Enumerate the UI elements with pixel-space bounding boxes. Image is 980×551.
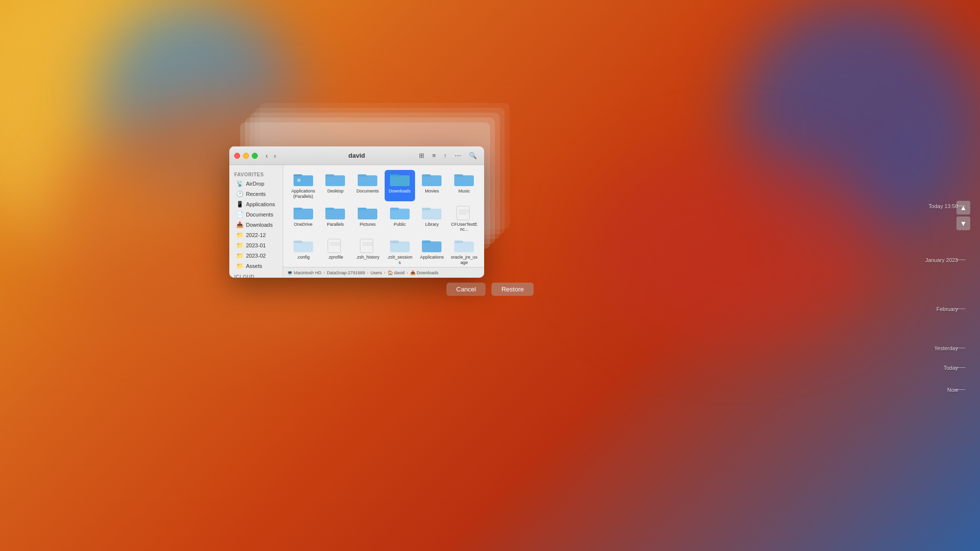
path-sep-2: › [367,270,368,275]
sidebar-section-favorites: Favorites [229,169,283,178]
finder-content: Applications (Parallels) Desktop [283,165,484,278]
toolbar-right: ⊞ ≡ ↑ ⋯ 🔍 [416,151,479,160]
search-button[interactable]: 🔍 [466,151,479,160]
sidebar-item-airdrop[interactable]: 📡 AirDrop [231,179,281,189]
svg-rect-20 [358,208,367,210]
folder-applications-parallels-label: Applications (Parallels) [290,189,317,199]
file-zprofile[interactable]: .zprofile [320,236,351,267]
folder-onedrive[interactable]: OneDrive [288,203,318,235]
folder-music-icon [454,172,474,188]
finder-statusbar: 💻 Macintosh HD › DataSnap-2791689 › User… [283,267,484,278]
folder-desktop-icon [325,172,345,188]
finder-sidebar: Favorites 📡 AirDrop 🕐 Recents 📱 Applicat… [229,165,283,278]
restore-button[interactable]: Restore [491,283,534,296]
share-button[interactable]: ↑ [441,151,450,160]
tm-nav-down[interactable]: ▼ [956,216,970,230]
tm-february-label: February [936,306,958,312]
path-sep-3: › [384,270,386,275]
folder-movies[interactable]: Movies [417,170,447,201]
file-zsh-history-icon [358,238,377,254]
folder-pictures-label: Pictures [360,222,376,227]
sidebar-item-2023-02[interactable]: 📁 2023-02 [231,251,281,261]
finder-toolbar: ‹ › david ⊞ ≡ ↑ ⋯ 🔍 [229,146,484,165]
folder-documents-icon [358,172,377,188]
folder-onedrive-icon [294,205,313,221]
svg-rect-12 [422,174,431,177]
sidebar-item-2023-01[interactable]: 📁 2023-01 [231,240,281,250]
sidebar-item-downloads[interactable]: 📥 Downloads [231,220,281,230]
svg-rect-38 [390,240,399,243]
sidebar-item-applications[interactable]: 📱 Applications [231,199,281,209]
folder-music-label: Music [458,189,470,194]
tm-january-label: January 2023 [925,257,958,263]
svg-rect-24 [422,208,431,210]
tm-nav-up[interactable]: ▲ [956,201,970,215]
forward-button[interactable]: › [272,151,278,161]
toolbar-nav: ‹ › [264,151,278,161]
folder-public[interactable]: Public [385,203,415,235]
folder-downloads[interactable]: Downloads [385,170,415,201]
tm-tick-4 [956,348,965,348]
path-sep-4: › [407,270,408,275]
documents-icon: 📄 [236,211,244,218]
svg-rect-42 [454,240,463,243]
folder-downloads-icon [390,172,410,188]
time-machine-panel: ▲ ▼ Today 13:50 January 2023 February Ye… [882,0,980,551]
svg-rect-18 [325,208,334,210]
airdrop-icon: 📡 [236,180,244,187]
folder-parallels[interactable]: Parallels [320,203,351,235]
tm-now-label: Now [947,387,958,393]
folder-applications-home[interactable]: Applications [417,236,447,267]
svg-rect-19 [358,209,377,219]
folder-pictures-icon [358,205,377,221]
folder-oracle-jre-icon [454,238,474,254]
folder-desktop[interactable]: Desktop [320,170,351,201]
folder-downloads-label: Downloads [389,189,411,194]
view-icon-grid[interactable]: ⊞ [416,151,427,160]
svg-rect-17 [325,209,345,219]
downloads-icon: 📥 [236,221,244,228]
folder-pictures[interactable]: Pictures [352,203,383,235]
file-cfuser-icon [454,205,474,221]
path-david: 🏠 david [388,270,405,275]
assets-icon: 📁 [236,263,244,269]
traffic-light-red[interactable] [234,153,240,159]
svg-rect-16 [294,208,302,210]
sidebar-item-documents[interactable]: 📄 Documents [231,210,281,219]
traffic-light-yellow[interactable] [243,153,249,159]
svg-rect-39 [422,241,441,252]
sidebar-item-recents[interactable]: 🕐 Recents [231,189,281,199]
svg-rect-6 [358,175,377,186]
folder-config[interactable]: .config [288,236,318,267]
file-zsh-history[interactable]: .zsh_history [352,236,383,267]
sidebar-label-assets: Assets [246,263,262,269]
view-icon-list[interactable]: ≡ [430,151,439,160]
svg-rect-15 [294,209,313,219]
svg-rect-2 [294,175,313,186]
sidebar-item-assets[interactable]: 📁 Assets [231,261,281,271]
svg-rect-31 [328,239,341,253]
folder-applications-parallels[interactable]: Applications (Parallels) [288,170,318,201]
folder-library[interactable]: Library [417,203,447,235]
file-cfuser[interactable]: CFUserTextEnc... [449,203,479,235]
tm-tick-3 [956,309,965,309]
folder-config-icon [294,238,313,254]
folder-zsh-sessions[interactable]: .zsh_sessions [385,236,415,267]
svg-rect-21 [390,209,410,219]
tm-tick-1 [956,206,965,206]
svg-rect-13 [454,175,474,186]
folder-oracle-jre[interactable]: oracle_jre_usage [449,236,479,267]
file-zprofile-label: .zprofile [328,255,343,260]
sidebar-label-airdrop: AirDrop [246,181,264,187]
action-button[interactable]: ⋯ [452,151,464,160]
folder-documents[interactable]: Documents [352,170,383,201]
sidebar-item-2022-12[interactable]: 📁 2022-12 [231,230,281,240]
svg-rect-4 [325,175,345,186]
back-button[interactable]: ‹ [264,151,270,161]
svg-rect-11 [422,175,441,186]
folder-oracle-jre-label: oracle_jre_usage [450,255,478,265]
folder-music[interactable]: Music [449,170,479,201]
finder-window: ‹ › david ⊞ ≡ ↑ ⋯ 🔍 Favorites 📡 AirDrop … [229,146,484,278]
cancel-button[interactable]: Cancel [446,283,486,296]
traffic-light-green[interactable] [252,153,258,159]
